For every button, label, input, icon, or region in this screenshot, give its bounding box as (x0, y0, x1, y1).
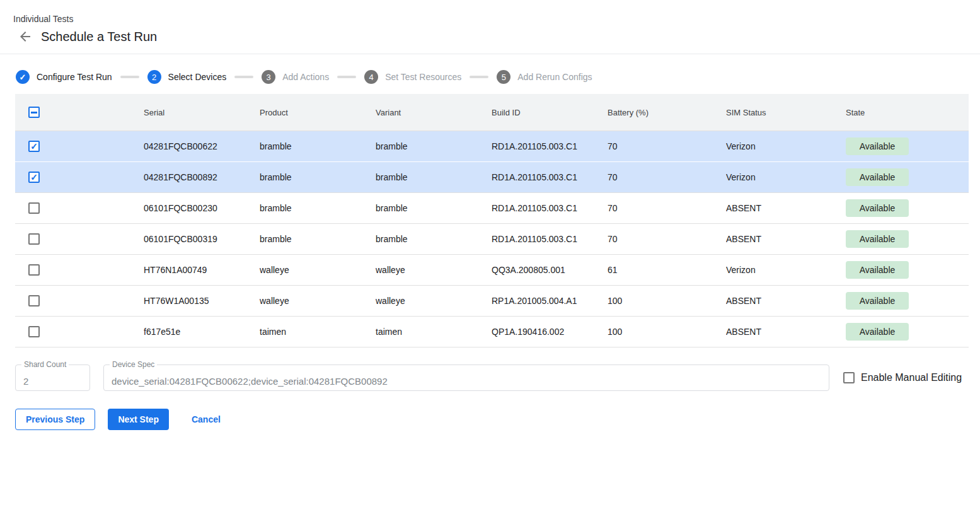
step-4-label: Set Test Resources (385, 72, 461, 82)
row-checkbox[interactable] (28, 295, 40, 306)
cell-product: bramble (260, 203, 376, 213)
cell-sim-status: ABSENT (726, 234, 846, 244)
step-2-label: Select Devices (168, 72, 227, 82)
cell-variant: bramble (376, 172, 492, 182)
cell-sim-status: ABSENT (726, 327, 846, 337)
row-checkbox[interactable] (28, 264, 40, 276)
step-connector (234, 76, 253, 78)
shard-spec-form: Shard Count Device Spec Enable Manual Ed… (15, 365, 969, 391)
cell-serial: 04281FQCB00892 (144, 172, 260, 182)
column-header-state: State (846, 108, 969, 117)
table-row[interactable]: 04281FQCB00622 bramble bramble RD1A.2011… (15, 131, 969, 162)
shard-count-input[interactable] (16, 365, 89, 390)
row-checkbox[interactable] (28, 233, 40, 245)
device-spec-field: Device Spec (103, 365, 829, 391)
state-badge: Available (846, 137, 909, 155)
cell-build-id: RD1A.201105.003.C1 (492, 172, 608, 182)
cell-build-id: QQ3A.200805.001 (492, 265, 608, 275)
device-table: Serial Product Variant Build ID Battery … (15, 94, 969, 347)
step-3-label: Add Actions (282, 72, 329, 82)
cell-product: walleye (260, 265, 376, 275)
step-add-rerun-configs[interactable]: 5 Add Rerun Configs (497, 70, 592, 84)
cell-battery: 100 (608, 327, 726, 337)
column-header-product: Product (260, 108, 376, 117)
back-arrow-icon (18, 29, 33, 44)
cell-variant: bramble (376, 234, 492, 244)
cell-variant: walleye (376, 296, 492, 306)
cell-sim-status: ABSENT (726, 203, 846, 213)
header-divider (0, 54, 980, 54)
cell-build-id: RD1A.201105.003.C1 (492, 203, 608, 213)
cancel-button[interactable]: Cancel (182, 409, 231, 430)
step-select-devices[interactable]: 2 Select Devices (147, 70, 227, 84)
step-3-circle: 3 (262, 70, 275, 84)
action-buttons: Previous Step Next Step Cancel (15, 409, 980, 430)
select-all-checkbox[interactable] (28, 107, 40, 118)
page-header: Individual Tests Schedule a Test Run (0, 0, 980, 44)
step-1-circle: 1 (16, 70, 30, 84)
cell-serial: 06101FQCB00319 (144, 234, 260, 244)
step-connector (337, 76, 356, 78)
step-configure-test-run[interactable]: 1 Configure Test Run (16, 70, 112, 84)
table-row[interactable]: f617e51e taimen taimen QP1A.190416.002 1… (15, 317, 969, 347)
cell-serial: HT76N1A00749 (144, 265, 260, 275)
cell-product: bramble (260, 234, 376, 244)
cell-variant: bramble (376, 141, 492, 151)
cell-battery: 70 (608, 172, 726, 182)
row-checkbox[interactable] (28, 141, 40, 152)
column-header-variant: Variant (376, 108, 492, 117)
step-5-label: Add Rerun Configs (517, 72, 592, 82)
device-spec-input[interactable] (104, 365, 829, 390)
cell-sim-status: Verizon (726, 265, 846, 275)
cell-product: walleye (260, 296, 376, 306)
table-row[interactable]: HT76W1A00135 walleye walleye RP1A.201005… (15, 286, 969, 317)
table-row[interactable]: 06101FQCB00319 bramble bramble RD1A.2011… (15, 224, 969, 255)
cell-serial: 04281FQCB00622 (144, 141, 260, 151)
step-4-circle: 4 (364, 70, 378, 84)
step-add-actions[interactable]: 3 Add Actions (262, 70, 329, 84)
cell-product: bramble (260, 172, 376, 182)
cell-serial: HT76W1A00135 (144, 296, 260, 306)
enable-manual-editing-control[interactable]: Enable Manual Editing (843, 372, 962, 383)
column-header-battery: Battery (%) (608, 108, 726, 117)
row-checkbox[interactable] (28, 202, 40, 214)
state-badge: Available (846, 168, 909, 186)
step-connector (470, 76, 488, 78)
previous-step-button[interactable]: Previous Step (15, 409, 95, 430)
row-checkbox[interactable] (28, 326, 40, 337)
state-badge: Available (846, 199, 909, 217)
wizard-stepper: 1 Configure Test Run 2 Select Devices 3 … (16, 70, 980, 84)
cell-sim-status: Verizon (726, 141, 846, 151)
state-badge: Available (846, 230, 909, 248)
breadcrumb: Individual Tests (13, 14, 980, 24)
cell-sim-status: Verizon (726, 172, 846, 182)
step-2-circle: 2 (147, 70, 161, 84)
cell-build-id: RD1A.201105.003.C1 (492, 141, 608, 151)
cell-battery: 61 (608, 265, 726, 275)
manual-editing-checkbox[interactable] (843, 372, 855, 383)
cell-battery: 70 (608, 203, 726, 213)
cell-battery: 70 (608, 234, 726, 244)
column-header-build-id: Build ID (492, 108, 608, 117)
shard-count-field: Shard Count (15, 365, 90, 391)
step-5-circle: 5 (497, 70, 510, 84)
step-1-label: Configure Test Run (37, 72, 112, 82)
cell-product: taimen (260, 327, 376, 337)
page-title: Schedule a Test Run (41, 30, 157, 44)
manual-editing-label: Enable Manual Editing (861, 372, 962, 383)
table-row[interactable]: 06101FQCB00230 bramble bramble RD1A.2011… (15, 193, 969, 224)
cell-build-id: QP1A.190416.002 (492, 327, 608, 337)
cell-build-id: RP1A.201005.004.A1 (492, 296, 608, 306)
next-step-button[interactable]: Next Step (108, 409, 169, 430)
cell-sim-status: ABSENT (726, 296, 846, 306)
device-spec-label: Device Spec (110, 360, 157, 369)
cell-battery: 100 (608, 296, 726, 306)
table-row[interactable]: 04281FQCB00892 bramble bramble RD1A.2011… (15, 162, 969, 193)
state-badge: Available (846, 292, 909, 310)
back-button[interactable] (18, 29, 33, 44)
cell-serial: 06101FQCB00230 (144, 203, 260, 213)
device-table-header: Serial Product Variant Build ID Battery … (15, 94, 969, 131)
table-row[interactable]: HT76N1A00749 walleye walleye QQ3A.200805… (15, 255, 969, 286)
step-set-test-resources[interactable]: 4 Set Test Resources (364, 70, 461, 84)
row-checkbox[interactable] (28, 172, 40, 183)
